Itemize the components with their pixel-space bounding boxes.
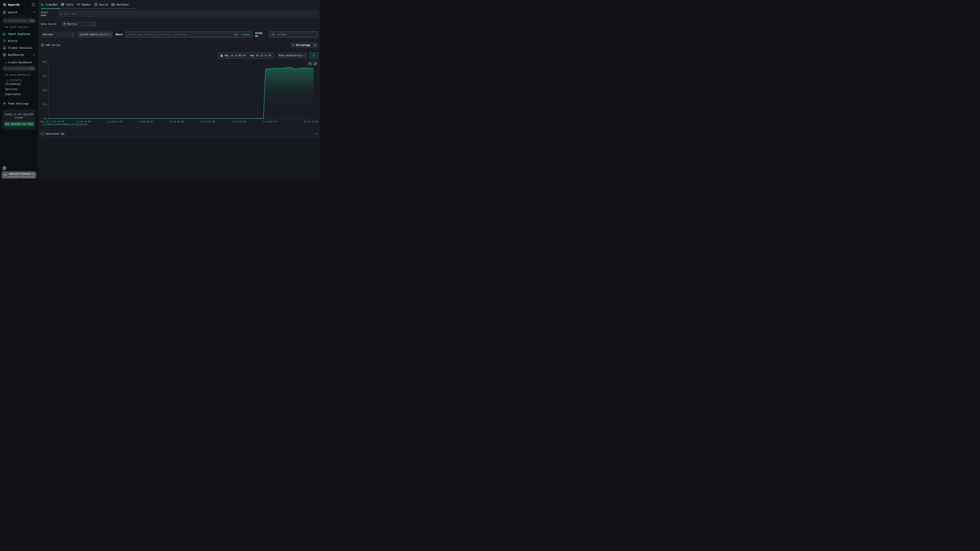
svg-text:12:17:30 PM: 12:17:30 PM xyxy=(304,121,318,123)
date-range-input[interactable]: May 16 12:02:43 - May 16 12:17:43 xyxy=(218,52,274,58)
group-by-input[interactable]: SQL Columns xyxy=(269,32,318,37)
no-saved-searches-text: No saved searches xyxy=(5,26,38,29)
sidebar-item-client-sessions[interactable]: Client Sessions xyxy=(0,44,38,51)
svg-text:45%: 45% xyxy=(43,75,47,77)
tab-number[interactable]: 123 Number xyxy=(77,0,91,9)
close-icon xyxy=(314,44,316,46)
sidebar-item-alerts[interactable]: Alerts xyxy=(0,37,38,44)
chart-display-toggle[interactable] xyxy=(307,60,318,66)
data-source-value: Metrics xyxy=(67,23,93,25)
page-background-lower xyxy=(38,138,320,180)
timeseries-chart[interactable]: 60%45%30%15%0%May 16 12:02:30 PM12:04:30… xyxy=(38,59,320,124)
tabbar-active-underline xyxy=(41,8,60,9)
data-source-row: Data Source Metrics xyxy=(38,19,320,29)
svg-text:12:06:15 PM: 12:06:15 PM xyxy=(108,121,122,123)
svg-text:12:04:30 PM: 12:04:30 PM xyxy=(76,121,91,123)
add-series-label: Add Series xyxy=(46,44,60,46)
saved-searches-input[interactable]: Saved Searches ⌘ K xyxy=(2,18,36,23)
percent-icon: % xyxy=(293,44,294,46)
generated-sql-toggle[interactable]: <> Generated SQL xyxy=(38,130,320,138)
add-series-button[interactable]: Add Series xyxy=(41,43,60,47)
aggregation-select[interactable]: Maximum xyxy=(41,32,75,37)
updown-icon xyxy=(93,23,94,25)
data-source-select[interactable]: Metrics xyxy=(62,21,96,27)
lucene-mode-button[interactable]: Lucene xyxy=(242,33,250,36)
tab-label: Number xyxy=(82,3,91,6)
group-by-label: Group By xyxy=(255,32,266,37)
calendar-icon xyxy=(220,54,223,57)
shortcut-badge: ⌘ K xyxy=(29,19,35,22)
percentage-remove-button[interactable] xyxy=(312,43,318,48)
user-email: demos@clickhouse.com xyxy=(9,172,34,175)
saved-searches-placeholder: Saved Searches xyxy=(8,19,29,22)
table-icon xyxy=(61,3,64,6)
preset-item-kubernetes[interactable]: Kubernetes xyxy=(0,92,38,97)
laptop-icon xyxy=(3,46,6,49)
get-started-button[interactable]: Get Started for Free xyxy=(5,122,34,127)
svg-text:60%: 60% xyxy=(43,60,47,63)
tab-markdown[interactable]: Markdown xyxy=(111,0,129,9)
svg-text:May 16 12:02:30 PM: May 16 12:02:30 PM xyxy=(41,121,64,123)
chart-panel: 60%45%30%15%0%May 16 12:02:30 PM12:04:30… xyxy=(38,59,320,124)
line-chart-icon[interactable] xyxy=(309,62,312,65)
generated-sql-label: Generated SQL xyxy=(46,132,315,135)
create-dashboard-button[interactable]: + Create Dashboard xyxy=(5,61,38,64)
cloud-promo-card: Ready to use HyperDX Cloud? Get Started … xyxy=(2,110,36,129)
sidebar-section-search[interactable]: Search xyxy=(0,8,38,16)
tab-line-bar[interactable]: Line/Bar xyxy=(41,0,58,9)
bell-icon xyxy=(3,39,6,43)
run-query-button[interactable] xyxy=(310,52,318,58)
sidebar-item-team-settings[interactable]: Team Settings xyxy=(0,100,38,107)
search-doc-icon xyxy=(3,11,6,14)
presets-toggle[interactable]: PRESETS xyxy=(5,79,38,81)
chart-name-label: Chart Name xyxy=(41,11,55,17)
sidebar-collapse-icon[interactable] xyxy=(32,3,35,6)
svg-text:0%: 0% xyxy=(44,118,46,120)
metric-field-chip[interactable]: system.memory.utiliza xyxy=(78,32,113,37)
sidebar-item-chart-explorer[interactable]: Chart Explorer xyxy=(0,30,38,37)
database-icon xyxy=(63,23,66,25)
sidebar-item-label: Alerts xyxy=(8,40,35,43)
tab-label: Search xyxy=(99,3,108,6)
close-icon[interactable] xyxy=(109,34,111,35)
legend-line-swatch xyxy=(43,124,46,125)
granularity-select[interactable]: Auto Granularity xyxy=(277,52,307,58)
series-actions-row: Add Series % Percentage xyxy=(38,40,320,50)
svg-text:12:09:45 PM: 12:09:45 PM xyxy=(169,121,184,123)
plus-circle-icon xyxy=(41,43,44,47)
chevron-up-icon[interactable] xyxy=(33,54,35,56)
where-search-input[interactable]: Search your events w/ Lucene ex. column:… xyxy=(126,32,252,37)
tab-label: Line/Bar xyxy=(46,3,58,6)
svg-text:30%: 30% xyxy=(43,89,47,91)
avatar: D xyxy=(3,173,7,177)
query-language-switch: SQL|Lucene xyxy=(234,33,250,36)
tab-label: Table xyxy=(66,3,73,6)
granularity-value: Auto Granularity xyxy=(279,54,302,57)
updown-icon xyxy=(72,33,73,36)
lang-separator: | xyxy=(239,33,241,36)
sql-mode-button[interactable]: SQL xyxy=(234,33,238,36)
saved-dashboards-input[interactable]: Saved Dashboards ⌘ K xyxy=(2,66,36,71)
bar-chart-icon[interactable] xyxy=(314,62,317,65)
cloud-promo-line1: Ready to use HyperDX xyxy=(5,113,34,116)
svg-text:12:15:00 PM: 12:15:00 PM xyxy=(262,121,277,123)
svg-text:15%: 15% xyxy=(43,103,47,105)
chart-name-input[interactable]: My Chart Name xyxy=(57,11,318,17)
chevron-down-icon xyxy=(315,133,318,135)
percentage-toggle[interactable]: % Percentage xyxy=(291,43,318,48)
chevron-right-icon xyxy=(34,174,35,176)
team-settings-label: Team Settings xyxy=(8,102,29,105)
tab-table[interactable]: Table xyxy=(61,0,73,9)
user-menu[interactable]: D demos@clickhouse.com demos@clickhouse.… xyxy=(2,171,37,179)
preset-item-services[interactable]: Services xyxy=(0,87,38,92)
percentage-main[interactable]: % Percentage xyxy=(291,43,312,48)
sidebar-item-dashboards[interactable]: Dashboards xyxy=(0,51,38,58)
series-row: Maximum system.memory.utiliza Where Sear… xyxy=(38,29,320,40)
help-button[interactable]: ? xyxy=(2,166,6,170)
chevron-up-icon[interactable] xyxy=(33,12,35,13)
line-bar-tab-icon xyxy=(41,3,44,6)
chevron-down-icon xyxy=(7,79,9,81)
tab-search[interactable]: Search xyxy=(94,0,108,9)
preset-item-clickhouse[interactable]: Clickhouse xyxy=(0,81,38,87)
chart-toolbar-row: May 16 12:02:43 - May 16 12:17:43 Auto G… xyxy=(38,52,320,59)
